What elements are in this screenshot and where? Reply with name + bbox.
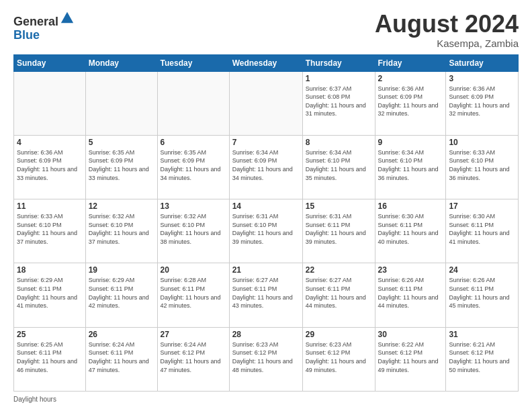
day-info: Sunrise: 6:30 AM Sunset: 6:11 PM Dayligh… bbox=[378, 212, 443, 246]
calendar-week-row: 4Sunrise: 6:36 AM Sunset: 6:09 PM Daylig… bbox=[14, 135, 519, 199]
day-info: Sunrise: 6:26 AM Sunset: 6:11 PM Dayligh… bbox=[449, 276, 515, 310]
day-info: Sunrise: 6:27 AM Sunset: 6:11 PM Dayligh… bbox=[232, 276, 300, 310]
day-info: Sunrise: 6:35 AM Sunset: 6:09 PM Dayligh… bbox=[161, 148, 226, 182]
day-info: Sunrise: 6:28 AM Sunset: 6:11 PM Dayligh… bbox=[161, 276, 226, 310]
calendar-day-cell: 20Sunrise: 6:28 AM Sunset: 6:11 PM Dayli… bbox=[157, 263, 229, 327]
calendar-week-row: 18Sunrise: 6:29 AM Sunset: 6:11 PM Dayli… bbox=[14, 263, 519, 327]
day-number: 7 bbox=[232, 138, 300, 147]
calendar-day-cell bbox=[229, 71, 302, 135]
page-header: General Blue August 2024 Kasempa, Zambia bbox=[13, 11, 519, 49]
calendar-day-cell: 12Sunrise: 6:32 AM Sunset: 6:10 PM Dayli… bbox=[85, 199, 157, 263]
calendar-week-row: 25Sunrise: 6:25 AM Sunset: 6:11 PM Dayli… bbox=[14, 327, 519, 391]
day-number: 11 bbox=[17, 201, 83, 211]
day-number: 13 bbox=[161, 201, 226, 211]
day-number: 9 bbox=[378, 138, 443, 147]
day-number: 2 bbox=[378, 74, 443, 83]
day-info: Sunrise: 6:27 AM Sunset: 6:11 PM Dayligh… bbox=[306, 276, 372, 310]
calendar-day-cell bbox=[85, 71, 157, 135]
day-number: 28 bbox=[232, 330, 300, 339]
weekday-header-monday: Monday bbox=[85, 54, 157, 71]
calendar-day-cell: 7Sunrise: 6:34 AM Sunset: 6:09 PM Daylig… bbox=[229, 135, 302, 199]
day-number: 4 bbox=[17, 138, 83, 147]
day-number: 22 bbox=[306, 265, 372, 275]
calendar-week-row: 1Sunrise: 6:37 AM Sunset: 6:08 PM Daylig… bbox=[14, 71, 519, 135]
day-info: Sunrise: 6:26 AM Sunset: 6:11 PM Dayligh… bbox=[378, 276, 443, 310]
day-info: Sunrise: 6:29 AM Sunset: 6:11 PM Dayligh… bbox=[89, 276, 154, 310]
weekday-header-sunday: Sunday bbox=[14, 54, 86, 71]
day-info: Sunrise: 6:34 AM Sunset: 6:09 PM Dayligh… bbox=[232, 148, 300, 182]
day-info: Sunrise: 6:36 AM Sunset: 6:09 PM Dayligh… bbox=[378, 85, 443, 118]
calendar-day-cell: 16Sunrise: 6:30 AM Sunset: 6:11 PM Dayli… bbox=[375, 199, 446, 263]
calendar-day-cell: 25Sunrise: 6:25 AM Sunset: 6:11 PM Dayli… bbox=[14, 327, 86, 391]
day-number: 6 bbox=[161, 138, 226, 147]
calendar-day-cell: 15Sunrise: 6:31 AM Sunset: 6:11 PM Dayli… bbox=[302, 199, 375, 263]
weekday-header-tuesday: Tuesday bbox=[157, 54, 229, 71]
calendar-day-cell: 13Sunrise: 6:32 AM Sunset: 6:10 PM Dayli… bbox=[157, 199, 229, 263]
day-info: Sunrise: 6:29 AM Sunset: 6:11 PM Dayligh… bbox=[17, 276, 83, 310]
logo-icon bbox=[60, 11, 75, 26]
calendar-day-cell: 22Sunrise: 6:27 AM Sunset: 6:11 PM Dayli… bbox=[302, 263, 375, 327]
calendar-day-cell: 2Sunrise: 6:36 AM Sunset: 6:09 PM Daylig… bbox=[375, 71, 446, 135]
day-info: Sunrise: 6:21 AM Sunset: 6:12 PM Dayligh… bbox=[449, 340, 515, 374]
day-number: 29 bbox=[306, 330, 372, 339]
day-info: Sunrise: 6:32 AM Sunset: 6:10 PM Dayligh… bbox=[89, 212, 154, 246]
day-info: Sunrise: 6:30 AM Sunset: 6:11 PM Dayligh… bbox=[449, 212, 515, 246]
calendar-day-cell: 1Sunrise: 6:37 AM Sunset: 6:08 PM Daylig… bbox=[302, 71, 375, 135]
calendar-day-cell: 31Sunrise: 6:21 AM Sunset: 6:12 PM Dayli… bbox=[446, 327, 519, 391]
calendar-day-cell: 26Sunrise: 6:24 AM Sunset: 6:11 PM Dayli… bbox=[85, 327, 157, 391]
day-info: Sunrise: 6:34 AM Sunset: 6:10 PM Dayligh… bbox=[306, 148, 372, 182]
day-info: Sunrise: 6:35 AM Sunset: 6:09 PM Dayligh… bbox=[89, 148, 154, 182]
day-number: 30 bbox=[378, 330, 443, 339]
calendar-day-cell: 19Sunrise: 6:29 AM Sunset: 6:11 PM Dayli… bbox=[85, 263, 157, 327]
calendar-day-cell bbox=[157, 71, 229, 135]
day-number: 10 bbox=[449, 138, 515, 147]
calendar-day-cell: 18Sunrise: 6:29 AM Sunset: 6:11 PM Dayli… bbox=[14, 263, 86, 327]
weekday-header-wednesday: Wednesday bbox=[229, 54, 302, 71]
day-info: Sunrise: 6:25 AM Sunset: 6:11 PM Dayligh… bbox=[17, 340, 83, 374]
day-number: 8 bbox=[306, 138, 372, 147]
calendar-day-cell: 5Sunrise: 6:35 AM Sunset: 6:09 PM Daylig… bbox=[85, 135, 157, 199]
day-number: 14 bbox=[232, 201, 300, 211]
calendar-day-cell: 29Sunrise: 6:23 AM Sunset: 6:12 PM Dayli… bbox=[302, 327, 375, 391]
day-number: 1 bbox=[306, 74, 372, 83]
day-info: Sunrise: 6:32 AM Sunset: 6:10 PM Dayligh… bbox=[161, 212, 226, 246]
day-info: Sunrise: 6:33 AM Sunset: 6:10 PM Dayligh… bbox=[17, 212, 83, 246]
logo-general: General bbox=[13, 15, 58, 28]
day-number: 16 bbox=[378, 201, 443, 211]
day-number: 19 bbox=[89, 265, 154, 275]
day-info: Sunrise: 6:36 AM Sunset: 6:09 PM Dayligh… bbox=[449, 85, 515, 118]
day-info: Sunrise: 6:34 AM Sunset: 6:10 PM Dayligh… bbox=[378, 148, 443, 182]
day-number: 15 bbox=[306, 201, 372, 211]
day-number: 17 bbox=[449, 201, 515, 211]
day-number: 23 bbox=[378, 265, 443, 275]
day-number: 27 bbox=[161, 330, 226, 339]
calendar-day-cell: 17Sunrise: 6:30 AM Sunset: 6:11 PM Dayli… bbox=[446, 199, 519, 263]
day-info: Sunrise: 6:24 AM Sunset: 6:12 PM Dayligh… bbox=[161, 340, 226, 374]
footer-label: Daylight hours bbox=[13, 396, 56, 403]
calendar-day-cell: 23Sunrise: 6:26 AM Sunset: 6:11 PM Dayli… bbox=[375, 263, 446, 327]
calendar-day-cell: 28Sunrise: 6:23 AM Sunset: 6:12 PM Dayli… bbox=[229, 327, 302, 391]
calendar-day-cell bbox=[14, 71, 86, 135]
logo: General Blue bbox=[13, 11, 75, 42]
calendar-day-cell: 6Sunrise: 6:35 AM Sunset: 6:09 PM Daylig… bbox=[157, 135, 229, 199]
day-number: 18 bbox=[17, 265, 83, 275]
title-block: August 2024 Kasempa, Zambia bbox=[375, 11, 519, 49]
day-info: Sunrise: 6:36 AM Sunset: 6:09 PM Dayligh… bbox=[17, 148, 83, 182]
calendar-day-cell: 11Sunrise: 6:33 AM Sunset: 6:10 PM Dayli… bbox=[14, 199, 86, 263]
day-number: 3 bbox=[449, 74, 515, 83]
svg-marker-0 bbox=[61, 12, 73, 24]
day-number: 25 bbox=[17, 330, 83, 339]
calendar-day-cell: 10Sunrise: 6:33 AM Sunset: 6:10 PM Dayli… bbox=[446, 135, 519, 199]
day-number: 21 bbox=[232, 265, 300, 275]
weekday-header-saturday: Saturday bbox=[446, 54, 519, 71]
logo-blue: Blue bbox=[13, 28, 40, 42]
calendar-day-cell: 30Sunrise: 6:22 AM Sunset: 6:12 PM Dayli… bbox=[375, 327, 446, 391]
calendar-day-cell: 24Sunrise: 6:26 AM Sunset: 6:11 PM Dayli… bbox=[446, 263, 519, 327]
calendar-day-cell: 8Sunrise: 6:34 AM Sunset: 6:10 PM Daylig… bbox=[302, 135, 375, 199]
day-number: 12 bbox=[89, 201, 154, 211]
day-number: 26 bbox=[89, 330, 154, 339]
calendar-day-cell: 3Sunrise: 6:36 AM Sunset: 6:09 PM Daylig… bbox=[446, 71, 519, 135]
day-number: 31 bbox=[449, 330, 515, 339]
day-info: Sunrise: 6:31 AM Sunset: 6:10 PM Dayligh… bbox=[232, 212, 300, 246]
location: Kasempa, Zambia bbox=[375, 38, 519, 49]
